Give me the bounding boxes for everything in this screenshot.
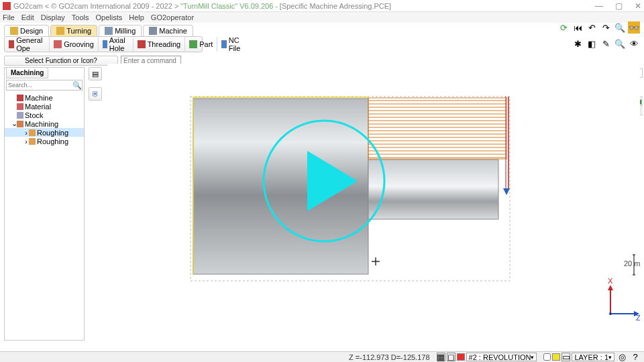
app-icon (3, 2, 11, 10)
menu-file[interactable]: File (3, 13, 15, 21)
titlebar: GO2cam < © GO2cam International 2009 - 2… (0, 0, 644, 12)
color-swatch-yellow[interactable] (552, 353, 560, 361)
general-ope-icon (9, 40, 14, 48)
expand-icon[interactable]: ⌄ (11, 119, 17, 128)
tree-search: 🔍 (6, 80, 83, 90)
btn-nc-file[interactable]: NC File (217, 37, 248, 52)
btn-grooving[interactable]: Grooving (50, 37, 99, 52)
design-icon (10, 27, 18, 35)
layer-combo[interactable]: #2 : REVOLUTION ▾ (466, 353, 537, 361)
zoom-icon[interactable]: 🔍 (614, 38, 626, 50)
turning-icon (56, 27, 64, 35)
part-icon (189, 40, 197, 48)
vis-checkbox[interactable] (543, 353, 551, 361)
eraser-icon[interactable]: ◧ (586, 38, 598, 50)
help-icon[interactable]: ? (629, 351, 641, 363)
grid-icon[interactable]: ▦ (437, 353, 445, 361)
play-overlay[interactable] (260, 117, 388, 245)
machine-icon (149, 27, 157, 35)
btn-part[interactable]: Part (185, 37, 217, 52)
menu-edit[interactable]: Edit (21, 13, 34, 21)
scale-label: 20 mm (624, 259, 640, 267)
menu-display[interactable]: Display (41, 13, 65, 21)
target-icon[interactable]: ◎ (616, 351, 628, 363)
svg-text:X: X (608, 277, 613, 285)
statusbar: Z =-112.973 D=-125.178 ▦ ◻ #2 : REVOLUTI… (0, 351, 644, 362)
prompt-label: Select Function or Icon? (4, 56, 118, 66)
line-style-icon[interactable]: ▭ (561, 353, 570, 361)
threading-icon (138, 40, 146, 48)
right-tools-row1: ⟳ ⏮ ↶ ↷ 🔍 👓 (557, 21, 640, 34)
expand-icon[interactable]: › (23, 129, 29, 137)
menu-help[interactable]: Help (129, 13, 144, 21)
minimize-button[interactable]: — (595, 1, 603, 11)
status-right: ▦ ◻ #2 : REVOLUTION ▾ ▭ LAYER : 1 ▾ ◎ ? (437, 351, 644, 363)
redo-icon[interactable]: ↷ (600, 21, 612, 34)
tree-item-stock[interactable]: Stock (5, 111, 84, 119)
tree-items: Machine Material Stock ⌄Machining ›Rough… (5, 92, 84, 147)
viewport[interactable]: 20 mm X Z (107, 64, 640, 350)
tree-panel: Machining 🔍 Machine Material Stock ⌄Mach… (4, 67, 85, 341)
svg-rect-2 (368, 160, 498, 219)
svg-marker-40 (307, 151, 358, 211)
milling-icon (105, 27, 113, 35)
menu-tools[interactable]: Tools (72, 13, 89, 21)
tree-item-machining[interactable]: ⌄Machining (5, 119, 84, 128)
undo-icon[interactable]: ↶ (586, 21, 598, 34)
title-text: GO2cam < © GO2cam International 2009 - 2… (13, 2, 595, 10)
tab-design[interactable]: Design (4, 25, 49, 36)
tree-search-input[interactable] (8, 82, 72, 88)
bug-icon[interactable]: ✱ (572, 38, 584, 50)
btn-general-ope[interactable]: General Ope (5, 37, 50, 52)
svg-marker-26 (503, 188, 510, 195)
prev-icon[interactable]: ⏮ (572, 21, 584, 34)
side-column: ▤ ⛨ (87, 67, 103, 101)
tree-tab-machining[interactable]: Machining (6, 67, 48, 78)
menu-opelists[interactable]: Opelists (95, 13, 122, 21)
tab-turning[interactable]: Turning (50, 25, 97, 36)
function-toolbar: General Ope Grooving Axial Hole Threadin… (4, 36, 203, 52)
window-buttons: — ▢ ✕ (595, 1, 641, 11)
status-coords: Z =-112.973 D=-125.178 (0, 353, 437, 361)
axial-hole-icon (103, 40, 107, 48)
mode-tabs: Design Turning Milling Machine (0, 23, 644, 36)
btn-axial-hole[interactable]: Axial Hole (99, 37, 133, 52)
tree-item-roughing-1[interactable]: ›Roughing (5, 128, 84, 137)
tree-item-roughing-2[interactable]: ›Roughing (5, 137, 84, 145)
svg-point-38 (609, 312, 612, 315)
tree-item-material[interactable]: Material (5, 102, 84, 111)
tree-item-machine[interactable]: Machine (5, 93, 84, 102)
svg-text:Z: Z (636, 314, 640, 322)
search-icon[interactable]: 🔍 (614, 21, 626, 34)
menubar: File Edit Display Tools Opelists Help GO… (0, 12, 644, 23)
tab-machine[interactable]: Machine (143, 25, 193, 36)
svg-marker-33 (608, 285, 613, 290)
shield-icon[interactable]: ⛨ (89, 87, 102, 101)
search-icon[interactable]: 🔍 (72, 81, 80, 89)
expand-icon[interactable]: › (23, 137, 29, 145)
maximize-button[interactable]: ▢ (615, 1, 623, 11)
menu-go2operator[interactable]: GO2operator (151, 13, 194, 21)
axis-widget: X Z (608, 277, 640, 322)
close-button[interactable]: ✕ (635, 1, 641, 11)
refresh-icon[interactable]: ⟳ (557, 21, 570, 34)
grooving-icon (54, 40, 62, 48)
goggles-icon[interactable]: 👓 (628, 21, 640, 34)
tab-milling[interactable]: Milling (99, 25, 142, 36)
right-tools-row2: ✱ ◧ ✎ 🔍 👁 (572, 38, 640, 50)
nc-file-icon (221, 40, 226, 48)
btn-threading[interactable]: Threading (133, 37, 186, 52)
square-icon[interactable]: ◻ (447, 353, 455, 361)
paint-icon[interactable]: ✎ (600, 38, 612, 50)
sheet-icon[interactable]: ▤ (89, 67, 102, 80)
eye-icon[interactable]: 👁 (628, 38, 640, 50)
layer-name-combo[interactable]: LAYER : 1 ▾ (572, 353, 614, 361)
color-swatch-red[interactable] (457, 353, 465, 361)
